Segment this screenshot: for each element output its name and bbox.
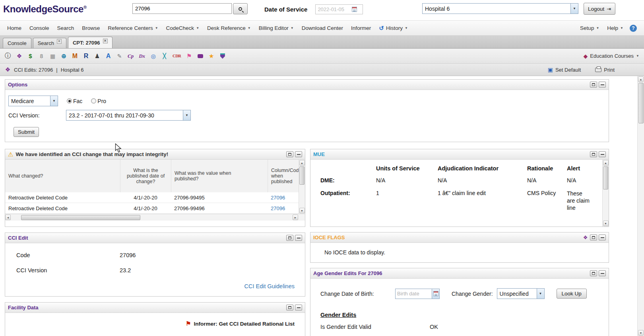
panel-collapse-button[interactable] — [599, 270, 606, 276]
set-default-button[interactable]: ▣ Set Default — [548, 66, 581, 73]
tab-console[interactable]: Console — [3, 38, 31, 48]
scrollbar-thumb[interactable] — [603, 166, 608, 189]
nav-item-download-center[interactable]: Download Center — [298, 21, 347, 35]
tab-cpt-27096[interactable]: CPT: 27096✕ — [68, 37, 113, 48]
rvu-r-icon[interactable]: R — [83, 53, 89, 60]
close-icon[interactable]: ✕ — [103, 39, 108, 43]
panel-collapse-button[interactable] — [599, 82, 606, 88]
pro-radio-label[interactable]: Pro — [97, 98, 106, 104]
scroll-up-icon[interactable]: ▲ — [299, 160, 305, 166]
scroll-down-icon[interactable]: ▼ — [638, 330, 644, 336]
print-button[interactable]: Print — [595, 67, 615, 73]
nav-item-desk-reference[interactable]: Desk Reference▼ — [203, 21, 255, 35]
medicare-m-icon[interactable]: M — [72, 53, 78, 60]
nav-item-browse[interactable]: Browse — [78, 21, 104, 35]
chevron-down-icon[interactable]: ▼ — [50, 96, 58, 106]
scroll-left-icon[interactable]: ◄ — [5, 215, 11, 220]
birth-date-input[interactable] — [396, 289, 432, 299]
cci-puzzle-icon[interactable]: ❖ — [16, 53, 22, 60]
scrollbar-thumb[interactable] — [638, 83, 644, 123]
scroll-down-icon[interactable]: ▼ — [299, 208, 305, 213]
code-search-input[interactable] — [132, 3, 232, 14]
cdr-icon[interactable]: CDR — [173, 54, 181, 58]
look-up-button[interactable]: Look Up — [557, 289, 587, 299]
calendar-button[interactable] — [432, 289, 439, 299]
nav-item-billing-editor[interactable]: Billing Editor▼ — [255, 21, 298, 35]
cci-edit-guidelines-link[interactable]: CCI Edit Guidelines — [244, 283, 295, 289]
patient-icon[interactable]: ♟ — [94, 53, 100, 60]
dx-icon[interactable]: Dx — [139, 53, 145, 59]
page-scrollbar[interactable]: ▲ ▼ — [637, 76, 644, 336]
search-button[interactable] — [233, 3, 248, 14]
panel-collapse-button[interactable] — [295, 305, 302, 311]
calendar-icon[interactable] — [352, 7, 357, 12]
flag-icon[interactable]: ⚑ — [186, 53, 192, 60]
pro-radio[interactable] — [91, 98, 96, 104]
nav-item-codecheck[interactable]: CodeCheck▼ — [162, 21, 203, 35]
date-of-service-field[interactable] — [315, 4, 363, 14]
scrollbar-thumb[interactable] — [21, 215, 140, 220]
favorites-star-icon[interactable]: ★ — [208, 53, 214, 60]
scroll-up-icon[interactable]: ▲ — [603, 160, 609, 166]
scroll-down-icon[interactable]: ▼ — [603, 221, 609, 226]
panel-collapse-button[interactable] — [599, 234, 606, 240]
globe-icon[interactable]: ⊕ — [61, 53, 67, 60]
pen-icon[interactable]: ✎ — [116, 53, 122, 59]
panel-restore-button[interactable] — [286, 151, 293, 157]
vertical-scrollbar[interactable]: ▲ ▼ — [602, 160, 609, 227]
compliance-shield-icon[interactable] — [219, 53, 225, 59]
logout-button[interactable]: Logout ⇥ — [584, 3, 615, 15]
close-icon[interactable]: ✕ — [57, 39, 62, 44]
panel-collapse-button[interactable] — [295, 151, 302, 157]
nav-item-informer[interactable]: Informer — [347, 21, 375, 35]
nav-item-search[interactable]: Search — [53, 21, 78, 35]
fac-radio-label[interactable]: Fac — [73, 98, 82, 104]
education-courses-menu[interactable]: ◆ Education Courses ▼ — [583, 53, 639, 59]
comment-icon[interactable] — [197, 54, 203, 58]
scrollbar-thumb[interactable] — [299, 166, 305, 185]
date-of-service-input[interactable] — [318, 6, 352, 12]
nav-item-setup[interactable]: Setup▼ — [576, 25, 603, 31]
panel-restore-button[interactable] — [590, 82, 597, 88]
birth-date-field[interactable] — [395, 289, 440, 299]
horizontal-scrollbar[interactable]: ◄ ► — [5, 214, 305, 221]
help-circle-icon[interactable]: ? — [630, 25, 637, 32]
vertical-scrollbar[interactable]: ▲ ▼ — [299, 160, 305, 214]
informer-link[interactable]: Informer: Get CCI Detailed Rational List — [194, 321, 295, 327]
panel-restore-button[interactable] — [590, 270, 597, 276]
nav-item-history[interactable]: ↺History▼ — [375, 21, 412, 35]
scrollbar-track[interactable] — [11, 214, 293, 221]
payer-select[interactable]: Medicare ▼ — [8, 96, 58, 106]
chevron-down-icon[interactable]: ▼ — [183, 110, 190, 120]
gender-select[interactable]: Unspecified ▼ — [497, 288, 545, 299]
cpt-cp-icon[interactable]: Cp — [128, 53, 134, 59]
cci-version-select[interactable]: 23.2 - 2017-07-01 thru 2017-09-30 ▼ — [66, 110, 191, 121]
anatomy-a-icon[interactable]: A — [105, 53, 111, 60]
crosswalk-icon[interactable]: ╳ — [161, 53, 167, 59]
scroll-up-icon[interactable]: ▲ — [638, 76, 644, 82]
panel-collapse-button[interactable] — [599, 151, 606, 157]
panel-collapse-button[interactable] — [295, 235, 302, 241]
fac-radio[interactable] — [67, 98, 72, 104]
nav-item-console[interactable]: Console — [25, 21, 53, 35]
panel-restore-button[interactable] — [286, 235, 293, 241]
panel-restore-button[interactable] — [590, 234, 597, 240]
info-icon[interactable]: ⓘ — [5, 52, 11, 60]
stats-chart-icon[interactable]: ▦ — [50, 53, 56, 59]
code-link[interactable]: 27096 — [271, 205, 285, 211]
code-lookup-icon[interactable]: ◎ — [150, 53, 156, 59]
facility-select[interactable]: Hospital 6 ▼ — [422, 3, 578, 14]
chevron-down-icon[interactable]: ▼ — [537, 289, 544, 299]
nav-item-help[interactable]: Help▼ — [603, 25, 627, 31]
nav-item-home[interactable]: Home — [3, 21, 25, 35]
panel-restore-button[interactable] — [590, 151, 597, 157]
panel-restore-button[interactable] — [286, 305, 293, 311]
nav-item-reference-centers[interactable]: Reference Centers▼ — [104, 21, 162, 35]
tab-search[interactable]: Search✕ — [33, 38, 66, 48]
fee-schedule-icon[interactable]: $ — [27, 53, 33, 59]
cci-puzzle-icon[interactable]: ❖ — [582, 234, 588, 240]
key-icon[interactable]: 8 — [39, 53, 45, 59]
submit-button[interactable]: Submit — [14, 127, 39, 137]
scroll-right-icon[interactable]: ► — [293, 215, 298, 220]
chevron-down-icon[interactable]: ▼ — [570, 4, 578, 14]
